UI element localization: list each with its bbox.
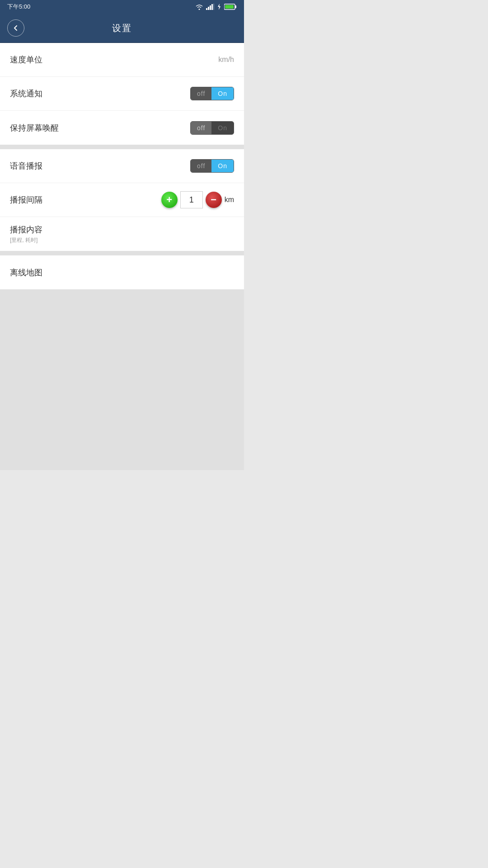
offline-map-label: 离线地图 bbox=[10, 267, 42, 278]
stepper-unit-label: km bbox=[225, 196, 234, 204]
stepper-value-display: 1 bbox=[180, 191, 203, 208]
wifi-icon bbox=[195, 4, 203, 10]
broadcast-content-label: 播报内容 bbox=[10, 224, 42, 235]
keep-screen-row: 保持屏幕唤醒 off On bbox=[0, 111, 244, 145]
section-divider-1 bbox=[0, 145, 244, 149]
svg-rect-8 bbox=[225, 5, 234, 9]
toggle-off-label-2[interactable]: off bbox=[191, 122, 211, 134]
status-icons bbox=[195, 4, 237, 10]
toggle-on-label[interactable]: On bbox=[211, 87, 234, 100]
header: 设置 bbox=[0, 14, 244, 43]
charging-icon bbox=[217, 4, 221, 10]
keep-screen-toggle[interactable]: off On bbox=[190, 121, 234, 135]
increment-button[interactable]: + bbox=[161, 192, 178, 208]
page-title: 设置 bbox=[112, 22, 132, 34]
decrement-button[interactable]: − bbox=[206, 192, 222, 208]
toggle-off-label[interactable]: off bbox=[191, 87, 211, 100]
toggle-on-label-2[interactable]: On bbox=[211, 122, 234, 134]
svg-rect-4 bbox=[213, 4, 214, 10]
broadcast-interval-row: 播报间隔 + 1 − km bbox=[0, 183, 244, 217]
broadcast-interval-stepper: + 1 − km bbox=[161, 191, 234, 208]
minus-symbol: − bbox=[211, 195, 216, 205]
voice-broadcast-toggle[interactable]: off On bbox=[190, 159, 234, 173]
speed-unit-value: km/h bbox=[218, 56, 234, 64]
offline-map-row[interactable]: 离线地图 bbox=[0, 255, 244, 289]
system-notify-row: 系统通知 off On bbox=[0, 77, 244, 111]
svg-rect-2 bbox=[210, 5, 211, 10]
back-button[interactable] bbox=[7, 19, 24, 37]
broadcast-content-row[interactable]: 播报内容 [里程, 耗时] bbox=[0, 217, 244, 251]
status-bar: 下午5:00 bbox=[0, 0, 244, 14]
section-divider-2 bbox=[0, 251, 244, 255]
settings-group-3: 离线地图 bbox=[0, 255, 244, 289]
broadcast-interval-label: 播报间隔 bbox=[10, 194, 42, 205]
settings-group-2: 语音播报 off On 播报间隔 + 1 − km bbox=[0, 149, 244, 251]
svg-rect-3 bbox=[211, 4, 213, 10]
toggle-off-label-3[interactable]: off bbox=[191, 160, 211, 172]
broadcast-content-sublabel: [里程, 耗时] bbox=[10, 236, 42, 244]
svg-rect-0 bbox=[206, 8, 207, 10]
speed-unit-row[interactable]: 速度单位 km/h bbox=[0, 43, 244, 77]
broadcast-content-label-group: 播报内容 [里程, 耗时] bbox=[10, 224, 42, 244]
svg-marker-5 bbox=[218, 4, 221, 10]
voice-broadcast-label: 语音播报 bbox=[10, 160, 42, 171]
empty-area bbox=[0, 289, 244, 470]
toggle-on-label-3[interactable]: On bbox=[211, 160, 234, 172]
settings-group-1: 速度单位 km/h 系统通知 off On 保持屏幕唤醒 off On bbox=[0, 43, 244, 145]
battery-icon bbox=[224, 4, 237, 10]
speed-unit-label: 速度单位 bbox=[10, 54, 42, 65]
svg-rect-1 bbox=[208, 7, 209, 10]
status-time: 下午5:00 bbox=[7, 3, 30, 11]
keep-screen-label: 保持屏幕唤醒 bbox=[10, 123, 59, 133]
system-notify-label: 系统通知 bbox=[10, 88, 42, 99]
system-notify-toggle[interactable]: off On bbox=[190, 87, 234, 100]
svg-rect-7 bbox=[235, 5, 236, 8]
voice-broadcast-row: 语音播报 off On bbox=[0, 149, 244, 183]
signal-icon bbox=[206, 4, 214, 10]
settings-content: 速度单位 km/h 系统通知 off On 保持屏幕唤醒 off On 语音播报 bbox=[0, 43, 244, 289]
